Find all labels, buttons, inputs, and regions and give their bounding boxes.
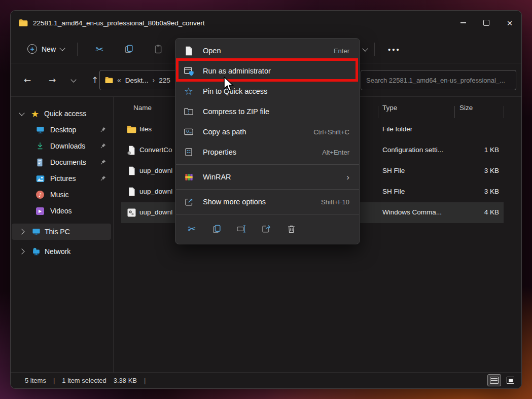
collapse-chevron-icon[interactable] — [19, 248, 24, 254]
cut-button[interactable]: ✂ — [182, 219, 202, 238]
sidebar-item-videos[interactable]: ▶ Videos — [12, 203, 111, 219]
title-bar: 22581.1_amd64_en-us_professional_80b0a9e… — [11, 11, 521, 35]
sidebar-item-pictures[interactable]: Pictures — [12, 171, 111, 186]
document-icon — [36, 158, 44, 167]
sidebar-item-label: Desktop — [50, 126, 76, 134]
menu-item-copy-as-path[interactable]: Copy as path Ctrl+Shift+C — [175, 122, 360, 142]
open-file-icon — [183, 46, 195, 56]
sidebar-item-downloads[interactable]: Downloads — [12, 138, 111, 154]
file-size: 4 KB — [454, 208, 499, 216]
menu-item-properties[interactable]: Properties Alt+Enter — [175, 142, 360, 162]
pin-icon — [100, 142, 106, 151]
file-name: uup_downl — [139, 208, 172, 216]
menu-item-compress-to-zip[interactable]: Compress to ZIP file — [175, 101, 360, 122]
path-icon — [183, 127, 195, 136]
desktop-icon — [36, 126, 45, 134]
back-button[interactable]: ← — [22, 75, 33, 85]
close-button[interactable]: × — [498, 11, 521, 35]
mouse-cursor — [223, 77, 235, 93]
recent-locations-chevron-icon[interactable] — [70, 77, 76, 82]
status-bar: 5 items | 1 item selected 3.38 KB | — [11, 372, 521, 388]
sidebar-item-this-pc[interactable]: This PC — [12, 224, 111, 240]
menu-item-show-more-options[interactable]: Show more options Shift+F10 — [175, 192, 360, 212]
paste-button[interactable] — [147, 40, 169, 59]
column-divider[interactable] — [454, 106, 455, 118]
menu-item-open[interactable]: Open Enter — [175, 41, 360, 61]
star-icon: ☆ — [183, 86, 195, 96]
copy-icon — [124, 44, 134, 54]
items-count: 5 items — [25, 377, 46, 384]
menu-item-winrar[interactable]: WinRAR › — [175, 167, 360, 187]
show-more-options-icon — [183, 197, 195, 207]
submenu-chevron-icon: › — [346, 173, 349, 182]
sidebar-item-label: Downloads — [50, 142, 85, 150]
column-divider[interactable] — [378, 106, 378, 118]
file-icon — [126, 187, 136, 197]
file-type: SH File — [382, 167, 405, 174]
cut-button[interactable]: ✂ — [88, 40, 111, 59]
collapse-chevron-icon[interactable] — [19, 229, 24, 234]
rename-icon — [236, 224, 246, 234]
sidebar-item-desktop[interactable]: Desktop — [12, 122, 111, 137]
selection-size: 3.38 KB — [114, 377, 137, 384]
folder-icon — [105, 77, 113, 84]
sidebar-item-label: Documents — [50, 158, 86, 166]
large-icons-view-button[interactable] — [504, 374, 517, 386]
breadcrumb-item[interactable]: 225 — [159, 77, 170, 84]
menu-quick-actions: ✂ — [175, 216, 360, 241]
delete-button[interactable] — [281, 219, 301, 238]
file-size: 3 KB — [454, 188, 499, 195]
file-name: uup_downl — [139, 167, 172, 174]
file-name: uup_downl — [139, 188, 172, 195]
forward-button[interactable]: → — [47, 75, 58, 85]
search-box — [361, 70, 516, 90]
sidebar-item-label: Videos — [50, 207, 72, 215]
pane-divider — [113, 97, 114, 373]
chevron-down-icon — [59, 45, 65, 51]
sidebar-item-network[interactable]: Network — [12, 244, 111, 259]
maximize-button[interactable] — [475, 11, 498, 35]
column-header-size[interactable]: Size — [459, 104, 473, 112]
breadcrumb-item[interactable]: Deskt... — [125, 77, 149, 84]
sidebar-item-documents[interactable]: Documents — [12, 155, 111, 170]
this-pc-icon — [32, 228, 41, 236]
menu-separator — [176, 164, 359, 165]
new-button[interactable]: + New — [22, 41, 70, 57]
menu-item-pin-to-quick-access[interactable]: ☆ Pin to Quick access — [175, 81, 360, 101]
cut-icon: ✂ — [95, 44, 103, 55]
share-button[interactable] — [256, 219, 276, 238]
winrar-icon — [183, 172, 195, 182]
download-icon — [36, 142, 44, 150]
column-divider[interactable] — [504, 106, 504, 118]
file-size: 1 KB — [454, 146, 499, 154]
expand-chevron-icon[interactable] — [19, 110, 24, 116]
sidebar-item-label: Network — [45, 247, 70, 256]
minimize-button[interactable] — [451, 11, 475, 35]
details-view-button[interactable] — [487, 374, 501, 386]
up-button[interactable]: ↑ — [89, 75, 100, 85]
status-separator: | — [144, 377, 146, 384]
chevron-down-icon[interactable] — [362, 46, 368, 51]
column-header-name[interactable]: Name — [133, 104, 152, 112]
file-size: 3 KB — [454, 167, 499, 174]
cut-icon: ✂ — [188, 223, 196, 234]
see-more-button[interactable]: ••• — [382, 45, 407, 54]
search-input[interactable] — [361, 70, 516, 90]
menu-separator — [176, 189, 359, 190]
sidebar-item-music[interactable]: ♪ Music — [12, 187, 111, 202]
sidebar-item-quick-access[interactable]: ★ Quick access — [12, 106, 111, 121]
sidebar-item-label: Music — [50, 191, 69, 199]
sidebar-item-label: This PC — [45, 228, 70, 236]
column-header-type[interactable]: Type — [382, 104, 397, 112]
zip-folder-icon — [183, 107, 195, 116]
copy-button[interactable] — [118, 40, 140, 59]
videos-icon: ▶ — [36, 207, 44, 215]
properties-icon — [183, 147, 195, 157]
pin-icon — [100, 159, 106, 167]
copy-button[interactable] — [206, 219, 227, 238]
rename-button[interactable] — [231, 219, 252, 238]
pin-icon — [100, 175, 106, 183]
copy-icon — [212, 224, 222, 234]
breadcrumb-overflow[interactable]: « — [117, 76, 121, 84]
pin-icon — [100, 126, 106, 134]
